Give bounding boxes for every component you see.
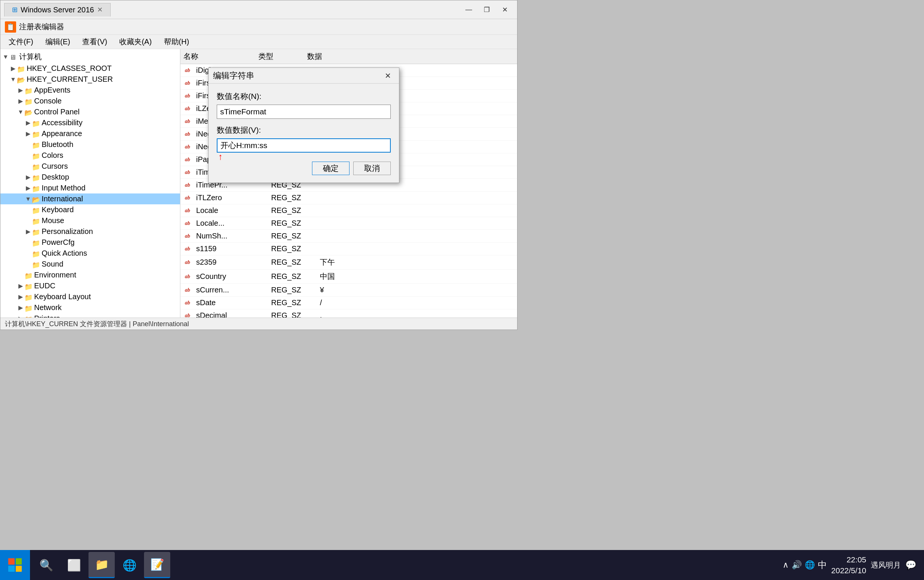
value-row[interactable]: ab sDecimal REG_SZ . — [180, 309, 517, 318]
value-type-icon: ab — [182, 79, 193, 87]
systray-arrow[interactable]: ∧ — [782, 560, 789, 570]
taskbar-task-view[interactable]: ⬜ — [61, 552, 87, 578]
value-row[interactable]: ab iTLZero REG_SZ — [180, 191, 517, 204]
tree-item-environment[interactable]: ▶ 📁 Environment — [0, 270, 180, 280]
value-name: sCountry — [193, 272, 268, 282]
dialog-ok-button[interactable]: 确定 — [312, 161, 349, 175]
tree-label-hkcu: HKEY_CURRENT_USER — [26, 75, 113, 84]
dialog-cancel-button[interactable]: 取消 — [353, 161, 391, 175]
tree-item-appearance[interactable]: ▶ 📁 Appearance — [0, 128, 180, 139]
network-icon[interactable]: 🌐 — [805, 560, 815, 570]
tree-item-console[interactable]: ▶ 📁 Console — [0, 96, 180, 107]
folder-icon: 📁 — [32, 228, 40, 235]
value-type-icon: ab — [182, 312, 193, 318]
menu-edit[interactable]: 编辑(E) — [40, 35, 76, 48]
menu-view[interactable]: 查看(V) — [77, 35, 112, 48]
col-header-data: 数据 — [304, 51, 517, 62]
value-row[interactable]: ab NumSh... REG_SZ — [180, 230, 517, 242]
tree-item-eudc[interactable]: ▶ 📁 EUDC — [0, 280, 180, 291]
volume-icon[interactable]: 🔊 — [792, 560, 802, 570]
tree-item-powercfg[interactable]: ▶ 📁 PowerCfg — [0, 237, 180, 248]
expand-icon: ▼ — [9, 76, 17, 83]
col-header-name: 名称 — [180, 51, 255, 62]
menu-favorites[interactable]: 收藏夹(A) — [114, 35, 157, 48]
tree-item-personalization[interactable]: ▶ 📁 Personalization — [0, 226, 180, 237]
tree-item-hkcr[interactable]: ▶ 📁 HKEY_CLASSES_ROOT — [0, 63, 180, 74]
minimize-button[interactable]: — — [460, 3, 478, 16]
value-row[interactable]: ab sDate REG_SZ / — [180, 297, 517, 309]
expand-icon: ▶ — [17, 282, 25, 290]
dialog-value-input[interactable] — [217, 138, 391, 153]
taskbar-file-explorer[interactable]: 📁 — [89, 552, 115, 578]
tree-item-keyboard[interactable]: ▶ 📁 Keyboard — [0, 204, 180, 215]
taskbar-edge[interactable]: 🌐 — [116, 552, 143, 578]
tree-label-eudc: EUDC — [34, 282, 56, 290]
tree-item-colors[interactable]: ▶ 📁 Colors — [0, 150, 180, 161]
expand-icon: ▼ — [2, 53, 9, 61]
tree-item-sound[interactable]: ▶ 📁 Sound — [0, 259, 180, 270]
folder-icon: 📁 — [32, 207, 40, 213]
dialog-close-button[interactable]: ✕ — [381, 70, 395, 81]
folder-icon: 📁 — [25, 293, 33, 300]
taskbar-registry-editor[interactable]: 📝 — [144, 552, 170, 578]
tree-item-cursors[interactable]: ▶ 📁 Cursors — [0, 161, 180, 172]
tree-item-controlpanel[interactable]: ▼ 📂 Control Panel — [0, 107, 180, 117]
tree-item-bluetooth[interactable]: ▶ 📁 Bluetooth — [0, 139, 180, 150]
expand-icon: ▼ — [25, 195, 32, 203]
tree-panel[interactable]: ▼ 🖥 计算机 ▶ 📁 HKEY_CLASSES_ROOT ▼ 📂 HKEY_C… — [0, 49, 180, 318]
value-type-icon: ab — [182, 232, 193, 240]
value-row[interactable]: ab sCurren... REG_SZ ¥ — [180, 284, 517, 297]
menu-file[interactable]: 文件(F) — [3, 35, 39, 48]
start-button[interactable] — [0, 550, 30, 580]
dialog-buttons: 确定 取消 — [217, 158, 391, 175]
value-row[interactable]: ab s2359 REG_SZ 下午 — [180, 255, 517, 270]
notification-button[interactable]: 💬 — [905, 560, 916, 570]
status-bar: 计算机\HKEY_CURREN 文件资源管理器 | Panel\Internat… — [0, 318, 517, 330]
tree-item-network[interactable]: ▶ 📁 Network — [0, 302, 180, 313]
folder-icon: 📁 — [25, 87, 33, 94]
close-button[interactable]: ✕ — [496, 3, 513, 16]
window-tab[interactable]: ⊞ Windows Server 2016 ✕ — [4, 3, 110, 16]
tree-item-hkcu[interactable]: ▼ 📂 HKEY_CURRENT_USER — [0, 74, 180, 85]
menu-help[interactable]: 帮助(H) — [159, 35, 194, 48]
taskbar-search[interactable]: 🔍 — [33, 552, 59, 578]
value-row[interactable]: ab Locale REG_SZ — [180, 204, 517, 217]
dialog-name-input[interactable] — [217, 105, 391, 119]
value-row[interactable]: ab Locale... REG_SZ — [180, 217, 517, 230]
tab-close-icon[interactable]: ✕ — [97, 6, 103, 14]
value-row[interactable]: ab sCountry REG_SZ 中国 — [180, 270, 517, 284]
value-data: 中国 — [317, 271, 517, 282]
value-type: REG_SZ — [268, 310, 317, 318]
app-icon: 📋 — [5, 21, 16, 33]
tree-label-controlpanel: Control Panel — [34, 108, 79, 116]
folder-icon: 📁 — [25, 283, 33, 290]
value-type: REG_SZ — [268, 206, 317, 216]
folder-icon: 📁 — [32, 141, 40, 148]
tree-item-accessibility[interactable]: ▶ 📁 Accessibility — [0, 117, 180, 128]
clock-date: 2022/5/10 — [832, 565, 866, 576]
tree-item-printers[interactable]: ▶ 📁 Printers — [0, 313, 180, 318]
tree-label-printers: Printers — [34, 314, 60, 318]
tree-item-keyboardlayout[interactable]: ▶ 📁 Keyboard Layout — [0, 291, 180, 302]
tree-label-bluetooth: Bluetooth — [42, 140, 74, 149]
value-type: REG_SZ — [268, 298, 317, 308]
expand-icon: ▶ — [25, 228, 32, 236]
tree-item-inputmethod[interactable]: ▶ 📁 Input Method — [0, 183, 180, 193]
tree-item-quickactions[interactable]: ▶ 📁 Quick Actions — [0, 248, 180, 259]
tree-item-desktop[interactable]: ▶ 📁 Desktop — [0, 172, 180, 183]
tree-item-computer[interactable]: ▼ 🖥 计算机 — [0, 51, 180, 63]
expand-icon: ▶ — [17, 315, 25, 318]
tree-item-international[interactable]: ▼ 📂 International — [0, 193, 180, 204]
input-method-indicator[interactable]: 中 — [818, 559, 827, 571]
taskbar-clock[interactable]: 22:05 2022/5/10 — [832, 554, 866, 576]
systray: ∧ 🔊 🌐 中 — [782, 559, 827, 571]
value-row[interactable]: ab s1159 REG_SZ — [180, 242, 517, 255]
tree-item-appevents[interactable]: ▶ 📁 AppEvents — [0, 85, 180, 96]
tree-item-mouse[interactable]: ▶ 📁 Mouse — [0, 215, 180, 226]
tree-label-appearance: Appearance — [42, 129, 82, 138]
expand-icon: ▶ — [17, 87, 25, 94]
taskbar: 🔍 ⬜ 📁 🌐 📝 ∧ 🔊 🌐 中 22:05 2022/5/10 遇风明月 💬 — [0, 550, 924, 580]
tree-label-accessibility: Accessibility — [42, 119, 82, 127]
maximize-button[interactable]: ❐ — [478, 3, 496, 16]
tree-label-personalization: Personalization — [42, 227, 93, 236]
